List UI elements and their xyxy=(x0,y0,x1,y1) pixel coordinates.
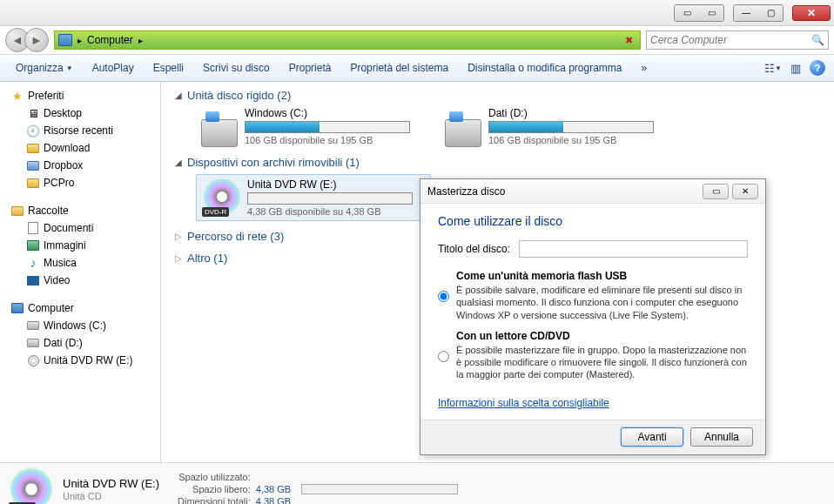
recent-icon: 🕘 xyxy=(26,124,40,138)
next-button[interactable]: Avanti xyxy=(621,427,683,447)
drive-c-name: Windows (C:) xyxy=(245,107,410,119)
folder-icon xyxy=(26,141,40,155)
drive-c-bar xyxy=(245,121,410,133)
details-total-val: 4,38 GB xyxy=(256,496,291,505)
aux-button-1[interactable]: ▭ xyxy=(675,5,699,21)
sidebar-favorites-header[interactable]: ★Preferiti xyxy=(0,87,160,104)
folder-icon xyxy=(26,176,40,190)
details-usage-bar xyxy=(301,484,458,494)
sidebar-item-pictures[interactable]: Immagini xyxy=(0,237,160,254)
sidebar-item-drive-d[interactable]: Dati (D:) xyxy=(0,334,160,352)
toolbar-uninstall[interactable]: Disinstalla o modifica programma xyxy=(461,58,629,77)
close-button[interactable]: ✕ xyxy=(792,5,831,21)
search-icon[interactable]: 🔍 xyxy=(811,34,824,46)
sidebar-item-dropbox[interactable]: Dropbox xyxy=(0,157,160,174)
search-box[interactable]: 🔍 xyxy=(646,30,829,50)
search-input[interactable] xyxy=(650,34,811,46)
option-usb[interactable]: Come un'unità memoria flash USB È possib… xyxy=(438,270,748,321)
dialog-aux-button[interactable]: ▭ xyxy=(703,184,729,199)
forward-button[interactable]: ► xyxy=(24,28,49,52)
window-titlebar: ▭ ▭ — ▢ ✕ xyxy=(0,0,834,26)
option-cddvd-radio[interactable] xyxy=(438,332,449,381)
dialog-help-link[interactable]: Informazioni sulla scelta consigliabile xyxy=(438,397,609,409)
section-removable[interactable]: ◢Dispositivi con archivi rimovibili (1) xyxy=(175,156,820,169)
expand-icon: ▷ xyxy=(175,253,182,263)
dialog-title: Masterizza disco xyxy=(427,185,699,198)
sidebar-item-recent[interactable]: 🕘Risorse recenti xyxy=(0,122,160,139)
drive-icon xyxy=(445,119,481,147)
sidebar-item-download[interactable]: Download xyxy=(0,139,160,157)
music-icon: ♪ xyxy=(26,256,40,270)
toolbar-system-properties[interactable]: Proprietà del sistema xyxy=(343,58,455,77)
dvd-icon: DVD-R xyxy=(204,178,240,215)
drive-e-bar xyxy=(247,192,413,205)
drive-e[interactable]: DVD-R Unità DVD RW (E:) 4,38 GB disponib… xyxy=(196,174,431,221)
sidebar-libraries-header[interactable]: Raccolte xyxy=(0,202,160,219)
option-usb-desc: È possibile salvare, modificare ed elimi… xyxy=(456,284,748,321)
toolbar-eject[interactable]: Espelli xyxy=(146,58,191,77)
view-options-icon[interactable]: ☷ ▼ xyxy=(764,59,782,77)
libraries-icon xyxy=(10,204,24,218)
dialog-heading: Come utilizzare il disco xyxy=(438,214,748,228)
details-used-label: Spazio utilizzato: xyxy=(178,472,251,482)
option-cddvd-desc: È possibile masterizzare file in gruppo.… xyxy=(456,344,748,381)
stop-icon[interactable]: ✖ xyxy=(625,35,633,46)
sidebar-item-pcpro[interactable]: PCPro xyxy=(0,174,160,192)
cancel-button[interactable]: Annulla xyxy=(690,427,753,447)
sidebar-item-documents[interactable]: Documenti xyxy=(0,219,160,237)
drive-e-stat: 4,38 GB disponibile su 4,38 GB xyxy=(247,206,413,217)
star-icon: ★ xyxy=(10,89,24,103)
maximize-button[interactable]: ▢ xyxy=(758,5,783,21)
minimize-button[interactable]: — xyxy=(734,5,758,21)
sidebar-item-music[interactable]: ♪Musica xyxy=(0,254,160,272)
sidebar-item-drive-c[interactable]: Windows (C:) xyxy=(0,317,160,334)
dialog-close-button[interactable]: ✕ xyxy=(732,184,758,199)
aux-button-2[interactable]: ▭ xyxy=(699,5,723,21)
sidebar-item-drive-e[interactable]: Unità DVD RW (E:) xyxy=(0,352,160,369)
dvd-icon: DVD-R xyxy=(10,468,52,505)
drive-d[interactable]: Dati (D:) 106 GB disponibile su 195 GB xyxy=(445,107,654,147)
nav-buttons: ◄ ► xyxy=(5,28,49,52)
preview-pane-icon[interactable]: ▥ xyxy=(787,59,804,77)
section-hdd[interactable]: ◢Unità disco rigido (2) xyxy=(175,89,820,102)
toolbar-organize[interactable]: Organizza▼ xyxy=(9,58,80,77)
toolbar-overflow[interactable]: » xyxy=(635,58,655,77)
collapse-icon: ◢ xyxy=(175,158,182,167)
dropbox-icon xyxy=(26,158,40,172)
toolbar-autoplay[interactable]: AutoPlay xyxy=(85,58,141,77)
details-pane: DVD-R Unità DVD RW (E:) Unità CD Spazio … xyxy=(0,462,834,504)
drive-icon xyxy=(26,336,40,350)
toolbar-properties[interactable]: Proprietà xyxy=(282,58,339,77)
disc-title-label: Titolo del disco: xyxy=(438,243,510,255)
drive-d-name: Dati (D:) xyxy=(488,107,654,119)
help-icon[interactable]: ? xyxy=(810,60,825,76)
toolbar: Organizza▼ AutoPlay Espelli Scrivi su di… xyxy=(0,54,834,82)
video-icon xyxy=(26,273,40,287)
disc-title-input[interactable] xyxy=(519,240,748,258)
address-bar[interactable]: ▸ Computer ▸ ✖ xyxy=(54,30,641,50)
option-cddvd[interactable]: Con un lettore CD/DVD È possibile master… xyxy=(438,330,748,381)
document-icon xyxy=(26,221,40,235)
details-title: Unità DVD RW (E:) xyxy=(63,477,167,490)
option-usb-radio[interactable] xyxy=(438,272,449,321)
crumb-arrow-icon[interactable]: ▸ xyxy=(137,36,145,45)
drive-c-stat: 106 GB disponibile su 195 GB xyxy=(245,135,410,145)
computer-icon xyxy=(58,34,72,46)
sidebar-item-video[interactable]: Video xyxy=(0,272,160,289)
crumb-arrow-icon[interactable]: ▸ xyxy=(76,36,84,45)
drive-d-bar xyxy=(488,121,654,133)
toolbar-write[interactable]: Scrivi su disco xyxy=(196,58,277,77)
sidebar-item-desktop[interactable]: 🖥Desktop xyxy=(0,104,160,122)
dialog-titlebar: Masterizza disco ▭ ✕ xyxy=(420,179,765,204)
burn-disc-dialog: Masterizza disco ▭ ✕ Come utilizzare il … xyxy=(420,178,766,455)
details-subtitle: Unità CD xyxy=(63,491,167,501)
sidebar-computer-header[interactable]: Computer xyxy=(0,299,160,317)
breadcrumb-computer[interactable]: Computer xyxy=(84,34,137,46)
details-free-label: Spazio libero: xyxy=(178,484,251,494)
details-total-label: Dimensioni totali: xyxy=(178,496,251,505)
details-free-val: 4,38 GB xyxy=(256,484,291,494)
window-control-group-1: ▭ ▭ xyxy=(674,4,724,22)
drive-d-stat: 106 GB disponibile su 195 GB xyxy=(488,135,654,145)
drive-c[interactable]: Windows (C:) 106 GB disponibile su 195 G… xyxy=(201,107,410,147)
drive-e-name: Unità DVD RW (E:) xyxy=(247,178,413,191)
